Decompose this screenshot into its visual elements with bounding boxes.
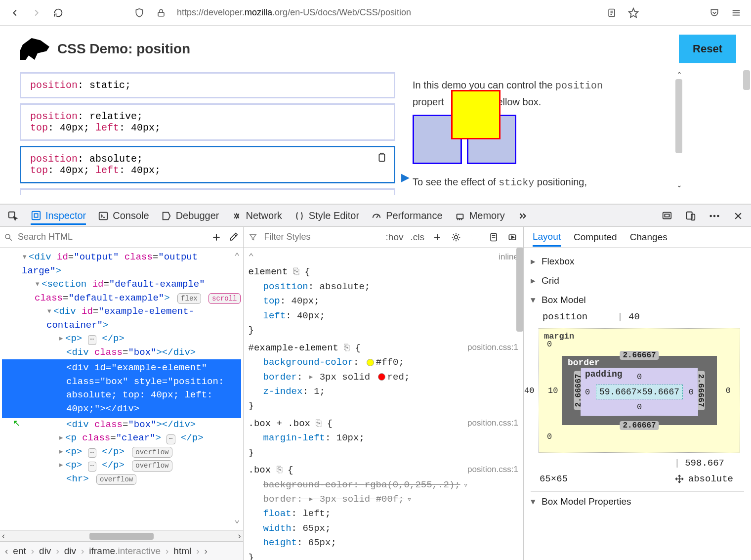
- forward-button[interactable]: [31, 7, 42, 19]
- menu-icon[interactable]: [730, 7, 742, 19]
- position-top-value[interactable]: 40: [628, 311, 640, 322]
- mdn-dino-logo: [20, 38, 49, 60]
- svg-marker-48: [511, 236, 514, 238]
- tab-styleeditor[interactable]: Style Editor: [294, 210, 359, 221]
- padding-left[interactable]: 0: [585, 388, 590, 397]
- svg-point-35: [455, 235, 458, 239]
- collapse-down-icon[interactable]: ⌄: [234, 514, 240, 527]
- tab-console[interactable]: Console: [98, 210, 149, 221]
- devtools-tabbar: Inspector Console Debugger Network Style…: [0, 205, 751, 227]
- filter-styles-input[interactable]: [264, 232, 379, 242]
- grid-accordion[interactable]: ▸Grid: [531, 271, 744, 290]
- svg-line-40: [453, 234, 454, 235]
- iframe-target-icon[interactable]: [661, 210, 673, 222]
- shield-icon[interactable]: [133, 7, 145, 19]
- tab-inspector[interactable]: Inspector: [31, 210, 86, 225]
- rules-panel: :hov .cls inline: [244, 227, 524, 560]
- boxmodel-props-accordion[interactable]: ▾Box Model Properties: [531, 491, 744, 511]
- code-option-partial[interactable]: [20, 188, 395, 195]
- pick-element-icon[interactable]: [7, 210, 19, 222]
- url-text: https://developer.mozilla.org/en-US/docs…: [177, 7, 411, 18]
- eyedropper-icon[interactable]: [227, 231, 239, 243]
- hov-toggle[interactable]: :hov: [386, 232, 404, 243]
- search-html-input[interactable]: [18, 232, 206, 242]
- svg-rect-9: [379, 154, 384, 162]
- rules-scrollbar[interactable]: [516, 248, 523, 332]
- tab-debugger[interactable]: Debugger: [161, 210, 219, 221]
- tab-memory[interactable]: Memory: [455, 210, 505, 221]
- margin-right[interactable]: 0: [726, 386, 731, 395]
- code-option-static[interactable]: position: static;: [20, 72, 395, 98]
- cls-toggle[interactable]: .cls: [410, 232, 424, 243]
- outer-right: 598.667: [685, 458, 724, 469]
- border-bottom[interactable]: 2.66667: [620, 421, 659, 430]
- tab-layout[interactable]: Layout: [533, 231, 561, 247]
- browser-chrome: https://developer.mozilla.org/en-US/docs…: [0, 0, 751, 26]
- svg-line-43: [453, 239, 454, 240]
- tab-computed[interactable]: Computed: [574, 232, 617, 243]
- element-size: 65×65: [540, 474, 568, 484]
- padding-bottom[interactable]: 0: [586, 402, 693, 412]
- breadcrumbs[interactable]: ‹ ent› div› div› iframe.interactive› htm…: [0, 541, 243, 560]
- reduced-motion-icon[interactable]: [506, 231, 518, 243]
- tab-network[interactable]: Network: [231, 210, 282, 221]
- svg-line-30: [9, 238, 12, 241]
- reload-button[interactable]: [52, 7, 64, 19]
- layout-panel: Layout Computed Changes ▸Flexbox ▸Grid ▾…: [524, 227, 751, 560]
- margin-bottom[interactable]: 0: [547, 432, 732, 441]
- svg-rect-13: [99, 212, 108, 219]
- svg-rect-12: [34, 214, 38, 217]
- responsive-icon[interactable]: [685, 210, 697, 222]
- html-horizontal-scroll[interactable]: ‹›: [0, 530, 243, 541]
- box-model-diagram[interactable]: margin 0 10 0 40 border 2.66667 2.66667 …: [539, 328, 740, 453]
- devtools-menu-icon[interactable]: [709, 210, 720, 222]
- filter-funnel-icon[interactable]: ▿: [463, 481, 468, 490]
- svg-line-15: [376, 215, 378, 218]
- svg-rect-0: [158, 12, 164, 16]
- close-devtools-icon[interactable]: [732, 210, 744, 222]
- demo-area: ⌃ ⌄ In this demo you can control the pos…: [413, 72, 689, 195]
- add-element-icon[interactable]: [210, 231, 222, 243]
- clipboard-icon[interactable]: [376, 152, 387, 163]
- pocket-icon[interactable]: [709, 7, 720, 19]
- dark-scheme-icon[interactable]: [469, 231, 481, 243]
- selected-node[interactable]: <div id="example-element" class="box" st…: [2, 359, 241, 418]
- code-option-relative[interactable]: position: relative; top: 40px; left: 40p…: [20, 103, 395, 141]
- svg-rect-11: [32, 212, 41, 220]
- rules-body[interactable]: inline⌃ element ⎘ { position: absolute; …: [244, 248, 523, 560]
- margin-top[interactable]: 0: [547, 340, 732, 349]
- reader-icon[interactable]: [606, 7, 618, 19]
- sticky-text: To see the effect of sticky positioning,: [413, 174, 689, 191]
- tab-changes[interactable]: Changes: [630, 232, 668, 243]
- light-scheme-icon[interactable]: [450, 231, 462, 243]
- boxmodel-accordion[interactable]: ▾Box Model: [531, 290, 744, 309]
- content-size[interactable]: 59.6667×59.6667: [596, 385, 683, 399]
- svg-rect-20: [663, 212, 671, 218]
- collapse-up-icon[interactable]: ⌃: [234, 251, 240, 264]
- tab-performance[interactable]: Performance: [371, 210, 443, 221]
- overflow-tabs-icon[interactable]: [517, 210, 529, 222]
- page-scrollbar[interactable]: [743, 52, 750, 204]
- star-icon[interactable]: [627, 7, 639, 19]
- margin-left[interactable]: 10: [548, 386, 558, 395]
- filter-funnel-icon[interactable]: ▿: [407, 495, 412, 504]
- svg-point-24: [709, 215, 712, 217]
- padding-right[interactable]: 0: [689, 388, 694, 397]
- scroll-down-arrow[interactable]: ⌄: [676, 179, 682, 190]
- yellow-box: [451, 90, 501, 139]
- code-option-absolute[interactable]: position: absolute; top: 40px; left: 40p…: [20, 146, 395, 183]
- url-bar[interactable]: https://developer.mozilla.org/en-US/docs…: [177, 7, 596, 18]
- crosshair-icon[interactable]: [674, 474, 684, 484]
- play-arrow-icon: ▶: [401, 171, 410, 195]
- border-top[interactable]: 2.66667: [620, 351, 659, 360]
- back-button[interactable]: [9, 7, 21, 19]
- lock-icon[interactable]: [155, 7, 167, 19]
- reset-button[interactable]: Reset: [679, 35, 736, 63]
- print-media-icon[interactable]: [488, 231, 500, 243]
- page-content: CSS Demo: position Reset position: stati…: [0, 26, 751, 204]
- flexbox-accordion[interactable]: ▸Flexbox: [531, 252, 744, 271]
- layout-body[interactable]: ▸Flexbox ▸Grid ▾Box Model position | 40 …: [524, 248, 751, 560]
- html-tree[interactable]: ▾<div id="output" class="output large"> …: [0, 248, 243, 530]
- add-rule-icon[interactable]: [431, 231, 443, 243]
- svg-line-42: [458, 234, 459, 235]
